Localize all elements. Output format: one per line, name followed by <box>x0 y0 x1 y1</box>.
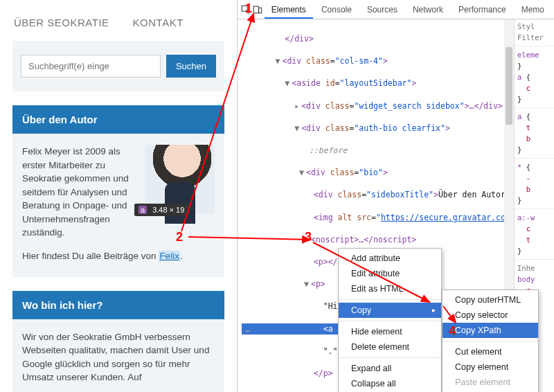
search-button[interactable]: Suchen <box>166 55 216 78</box>
where-box-title: Wo bin ich hier? <box>12 291 224 319</box>
author-link[interactable]: Felix <box>159 251 180 261</box>
anno-2: 2 <box>176 230 183 244</box>
tab-sources[interactable]: Sources <box>360 1 404 19</box>
tab-performance[interactable]: Performance <box>452 1 513 19</box>
ctx-edit-as-html[interactable]: Edit as HTML <box>339 281 441 296</box>
sidebar: Suchen Über den Autor Felix Meyer ist 20… <box>0 41 237 392</box>
anno-4: 4 <box>449 324 456 339</box>
device-toolbar-icon[interactable] <box>252 2 262 17</box>
tab-memory[interactable]: Memo <box>515 1 551 19</box>
ctx-copy-xpath[interactable]: Copy XPath <box>443 323 538 338</box>
nav-contact[interactable]: KONTAKT <box>133 17 184 28</box>
styles-filter[interactable]: Filter <box>517 33 551 42</box>
ctx-paste-element: Paste element <box>443 375 538 390</box>
author-line2-after: . <box>180 251 183 261</box>
nav-about[interactable]: ÜBER SEOKRATIE <box>14 17 109 28</box>
svg-rect-2 <box>259 8 262 12</box>
tooltip-tag: a <box>138 206 147 214</box>
svg-rect-1 <box>253 6 258 13</box>
anno-3: 3 <box>305 230 312 244</box>
ctx-expand-all[interactable]: Expand all <box>339 361 441 376</box>
top-nav: ÜBER SEOKRATIE KONTAKT <box>0 0 237 41</box>
devtools-tab-bar: Elements Console Sources Network Perform… <box>238 0 554 19</box>
ctx-collapse-all[interactable]: Collapse all <box>339 376 441 391</box>
search-input[interactable] <box>21 55 161 78</box>
context-submenu-copy[interactable]: Copy outerHTML Copy selector Copy XPath … <box>442 289 539 392</box>
ctx-add-attribute[interactable]: Add attribute <box>339 251 441 266</box>
author-bio: Felix Meyer ist 2009 als erster Mitarbei… <box>22 146 129 238</box>
search-box: Suchen <box>12 41 224 91</box>
author-box-body: Felix Meyer ist 2009 als erster Mitarbei… <box>12 134 224 277</box>
ctx-cut-element[interactable]: Cut element <box>443 344 538 359</box>
ctx-copy-selector[interactable]: Copy selector <box>443 308 538 323</box>
author-box-title: Über den Autor <box>12 105 224 134</box>
ctx-copy-outerhtml[interactable]: Copy outerHTML <box>443 292 538 308</box>
ctx-edit-attribute[interactable]: Edit attribute <box>339 266 441 281</box>
styles-header: Styl <box>517 22 551 30</box>
inspect-tooltip: a 3.48 × 19 <box>134 204 188 216</box>
anno-1: 1 <box>245 1 252 16</box>
context-menu[interactable]: Add attribute Edit attribute Edit as HTM… <box>338 248 442 392</box>
tab-console[interactable]: Console <box>314 1 359 19</box>
tooltip-dims: 3.48 × 19 <box>152 206 184 214</box>
ctx-copy-element[interactable]: Copy element <box>443 359 538 375</box>
ctx-hide-element[interactable]: Hide element <box>339 324 441 339</box>
tab-elements[interactable]: Elements <box>265 1 313 19</box>
where-box-body: Wir von der Seokratie GmbH verbessern We… <box>12 319 224 393</box>
where-body-text: Wir von der Seokratie GmbH verbessern We… <box>22 332 209 383</box>
webpage-panel: ÜBER SEOKRATIE KONTAKT Suchen Über den A… <box>0 0 237 392</box>
author-line2-pre: Hier findest Du alle Beiträge von <box>22 251 157 261</box>
tab-network[interactable]: Network <box>406 1 450 19</box>
ctx-delete-element[interactable]: Delete element <box>339 339 441 355</box>
ctx-copy[interactable]: Copy <box>339 303 441 318</box>
